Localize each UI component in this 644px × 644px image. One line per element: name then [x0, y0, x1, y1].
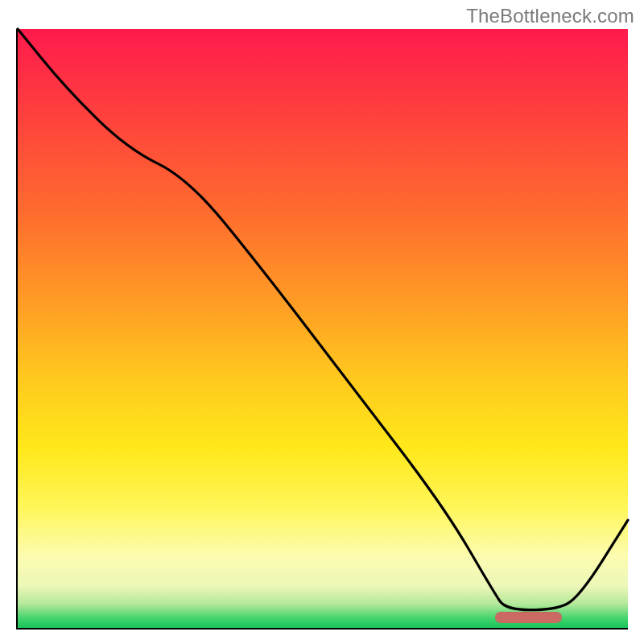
curve-path	[18, 29, 628, 610]
curve-svg	[18, 29, 628, 628]
chart-frame: TheBottleneck.com	[0, 0, 644, 644]
plot-area	[16, 29, 628, 630]
watermark-text: TheBottleneck.com	[466, 5, 634, 27]
marker-segment	[495, 612, 563, 623]
